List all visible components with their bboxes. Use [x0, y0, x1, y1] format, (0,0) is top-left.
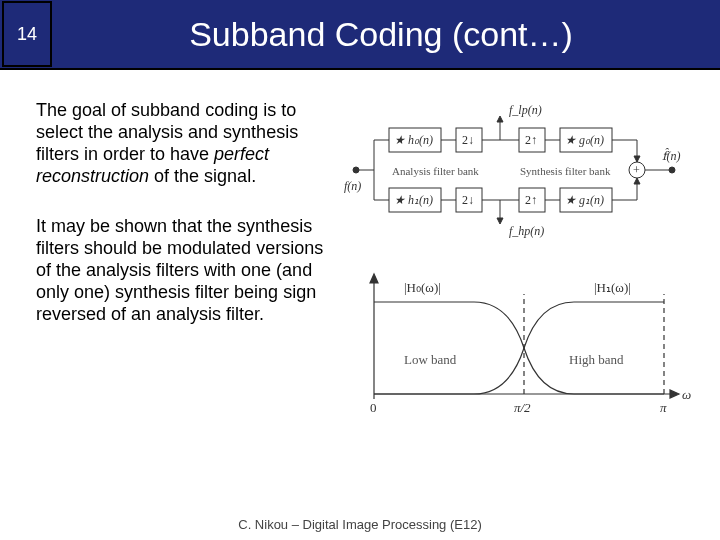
box-down-0: 2↓ — [462, 133, 474, 147]
svg-marker-30 — [634, 156, 640, 162]
slide-footer: C. Nikou – Digital Image Processing (E12… — [0, 517, 720, 532]
box-up-1: 2↑ — [525, 193, 537, 207]
svg-point-29 — [669, 167, 675, 173]
series-h1-label: |H₁(ω)| — [594, 280, 631, 295]
svg-marker-16 — [497, 218, 503, 224]
label-output: f̂(n) — [662, 148, 680, 163]
slide-header: 14 Subband Coding (cont…) — [0, 0, 720, 70]
svg-point-0 — [353, 167, 359, 173]
box-g1: ★ g₁(n) — [565, 193, 604, 207]
filter-bank-diagram: f(n) f_lp(n) f_hp(n) ★ h₀(n) ★ h₁(n) 2↓ … — [344, 100, 694, 240]
label-analysis: Analysis filter bank — [392, 165, 479, 177]
box-h0: ★ h₀(n) — [394, 133, 433, 147]
frequency-response-plot: |H₀(ω)| |H₁(ω)| Low band High band 0 π/2… — [344, 264, 694, 424]
figure-column: f(n) f_lp(n) f_hp(n) ★ h₀(n) ★ h₁(n) 2↓ … — [344, 100, 698, 428]
low-band-label: Low band — [404, 352, 457, 367]
para1-text-b: of the signal. — [149, 166, 256, 186]
text-column: The goal of subband coding is to select … — [36, 100, 326, 428]
paragraph-2: It may be shown that the synthesis filte… — [36, 216, 326, 326]
sum-plus: + — [633, 163, 640, 177]
slide-number: 14 — [2, 1, 52, 67]
xtick-0: 0 — [370, 400, 377, 415]
xtick-pi2: π/2 — [514, 400, 531, 415]
box-h1: ★ h₁(n) — [394, 193, 433, 207]
slide-title: Subband Coding (cont…) — [52, 15, 720, 54]
slide-body: The goal of subband coding is to select … — [0, 70, 720, 428]
label-input: f(n) — [344, 179, 361, 193]
box-down-1: 2↓ — [462, 193, 474, 207]
paragraph-1: The goal of subband coding is to select … — [36, 100, 326, 188]
xlabel: ω — [682, 387, 691, 402]
svg-marker-31 — [634, 178, 640, 184]
label-synthesis: Synthesis filter bank — [520, 165, 611, 177]
box-g0: ★ g₀(n) — [565, 133, 604, 147]
high-band-label: High band — [569, 352, 624, 367]
label-fhp: f_hp(n) — [509, 224, 544, 238]
series-h0-label: |H₀(ω)| — [404, 280, 441, 295]
label-flp: f_lp(n) — [509, 103, 542, 117]
box-up-0: 2↑ — [525, 133, 537, 147]
svg-marker-15 — [497, 116, 503, 122]
svg-marker-33 — [670, 390, 679, 398]
xtick-pi: π — [660, 400, 667, 415]
svg-marker-35 — [370, 274, 378, 283]
